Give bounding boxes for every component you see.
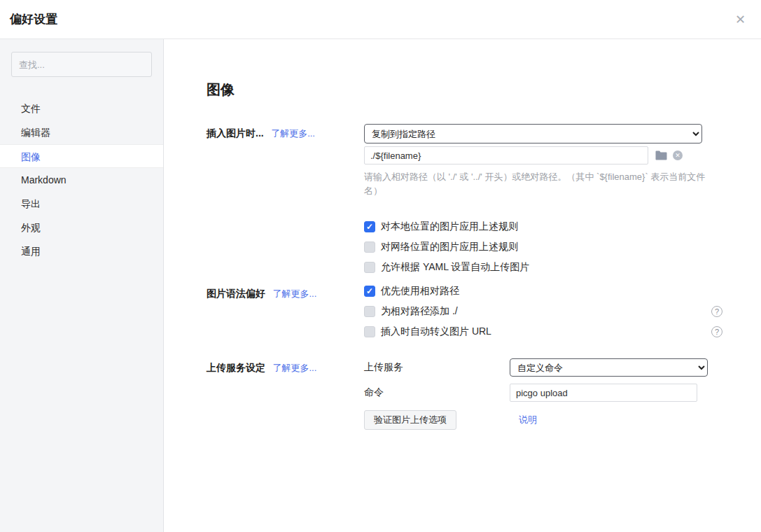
insert-image-section: 插入图片时... 了解更多... 复制到指定路径 ✕	[207, 124, 733, 274]
upload-service-select[interactable]: 自定义命令	[510, 358, 708, 377]
apply-web-rule-row: 对网络位置的图片应用上述规则	[364, 240, 722, 254]
sidebar-item-general[interactable]: 通用	[0, 239, 163, 263]
sidebar-item-appearance[interactable]: 外观	[0, 216, 163, 239]
sidebar-item-image[interactable]: 图像	[0, 144, 163, 168]
folder-browse-icon[interactable]	[655, 150, 667, 160]
syntax-learn-more-link[interactable]: 了解更多...	[272, 288, 316, 299]
upload-service-field-label: 上传服务	[364, 361, 510, 374]
add-dot-slash-checkbox[interactable]	[364, 306, 375, 317]
apply-local-rule-row: 对本地位置的图片应用上述规则	[364, 220, 722, 234]
yaml-auto-upload-row: 允许根据 YAML 设置自动上传图片	[364, 260, 722, 274]
path-hint-text: 请输入相对路径（以 './' 或 '../' 开头）或绝对路径。（其中 `${f…	[364, 170, 722, 197]
clear-path-icon[interactable]: ✕	[673, 150, 683, 160]
validate-row: 验证图片上传选项 说明	[364, 410, 722, 430]
help-icon[interactable]: ?	[711, 306, 722, 317]
prefer-relative-path-row: 优先使用相对路径	[364, 284, 722, 298]
upload-doc-link[interactable]: 说明	[519, 414, 537, 426]
sidebar: 文件 编辑器 图像 Markdown 导出 外观 通用	[0, 39, 164, 532]
apply-local-rule-checkbox[interactable]	[364, 221, 375, 232]
sidebar-item-editor[interactable]: 编辑器	[0, 120, 163, 144]
escape-url-row: 插入时自动转义图片 URL ?	[364, 325, 722, 339]
insert-learn-more-link[interactable]: 了解更多...	[271, 128, 315, 139]
image-syntax-section: 图片语法偏好 了解更多... 优先使用相对路径 为相对路径添加 ./	[207, 284, 733, 339]
sidebar-item-file[interactable]: 文件	[0, 97, 163, 120]
search-input[interactable]	[11, 52, 152, 77]
insert-image-label: 插入图片时...	[207, 127, 264, 139]
upload-learn-more-link[interactable]: 了解更多...	[272, 363, 316, 373]
escape-url-checkbox[interactable]	[364, 326, 375, 337]
close-icon[interactable]: ✕	[735, 13, 746, 26]
help-icon[interactable]: ?	[711, 326, 722, 337]
upload-service-label: 上传服务设定	[207, 362, 265, 373]
insert-action-select[interactable]: 复制到指定路径	[364, 124, 702, 144]
command-row: 命令	[364, 384, 722, 402]
sidebar-item-export[interactable]: 导出	[0, 192, 163, 216]
page-title: 图像	[207, 80, 733, 99]
settings-panel: 图像 插入图片时... 了解更多... 复制到指定路径	[164, 39, 761, 532]
prefer-relative-path-checkbox[interactable]	[364, 286, 375, 297]
upload-service-row: 上传服务 自定义命令	[364, 358, 722, 377]
image-syntax-label: 图片语法偏好	[207, 288, 265, 299]
apply-web-rule-checkbox[interactable]	[364, 241, 375, 253]
command-field-label: 命令	[364, 386, 510, 399]
command-input[interactable]	[510, 384, 697, 402]
add-dot-slash-row: 为相对路径添加 ./ ?	[364, 304, 722, 318]
upload-service-section: 上传服务设定 了解更多... 上传服务 自定义命令 命令	[207, 358, 733, 430]
sidebar-search	[11, 52, 152, 77]
yaml-auto-upload-checkbox[interactable]	[364, 262, 375, 273]
preferences-window: 偏好设置 ✕ 文件 编辑器 图像 Markdown 导出 外观 通用 图像 插入…	[0, 0, 761, 532]
sidebar-item-markdown[interactable]: Markdown	[0, 168, 163, 192]
copy-path-input[interactable]	[364, 146, 648, 164]
window-header: 偏好设置 ✕	[0, 0, 761, 39]
window-title: 偏好设置	[10, 11, 57, 27]
validate-upload-button[interactable]: 验证图片上传选项	[364, 410, 456, 430]
